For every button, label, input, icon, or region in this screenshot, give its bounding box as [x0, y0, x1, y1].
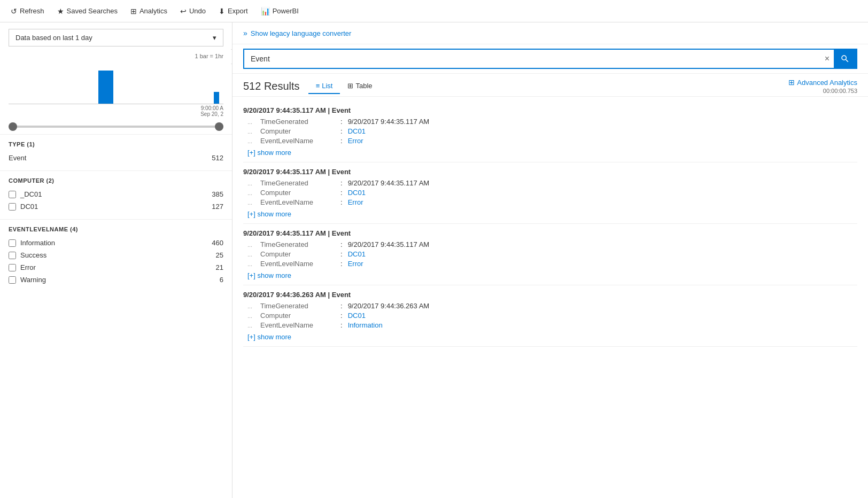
result-field-sep: :: [340, 189, 343, 197]
sidebar-collapse-button[interactable]: ‹: [231, 49, 232, 64]
result-field-value[interactable]: DC01: [348, 189, 366, 197]
show-more-link[interactable]: [+] show more: [243, 271, 291, 279]
list-icon: ≡: [316, 82, 320, 90]
chart-x-date: Sep 20, 2: [200, 111, 223, 117]
result-item: 9/20/2017 9:44:35.117 AM | Event ... Tim…: [243, 101, 857, 162]
slider-track[interactable]: [9, 126, 223, 128]
result-field: ... TimeGenerated : 9/20/2017 9:44:35.11…: [243, 118, 857, 126]
results-header: 512 Results ≡ List ⊞ Table ⊞ Advanced An…: [232, 74, 868, 94]
eventlevelname-count-information: 460: [212, 239, 223, 247]
show-more-link[interactable]: [+] show more: [243, 210, 291, 218]
result-field-sep: :: [340, 302, 343, 310]
export-button[interactable]: ⬇ Export: [212, 0, 254, 22]
result-field: ... Computer : DC01: [243, 127, 857, 135]
result-dots: ...: [247, 128, 258, 135]
result-title: 9/20/2017 9:44:35.117 AM | Event: [243, 229, 857, 237]
results-left: 512 Results ≡ List ⊞ Table: [243, 79, 380, 94]
result-field: ... EventLevelName : Error: [243, 198, 857, 206]
analytics-button[interactable]: ⊞ Analytics: [124, 0, 174, 22]
show-more-link[interactable]: [+] show more: [243, 149, 291, 157]
result-field: ... TimeGenerated : 9/20/2017 9:44:36.26…: [243, 302, 857, 310]
chart-bar-small[interactable]: [214, 92, 219, 104]
show-more-link[interactable]: [+] show more: [243, 333, 291, 341]
eventlevelname-checkbox-warning[interactable]: [9, 276, 16, 284]
result-field-value[interactable]: Information: [348, 321, 383, 329]
chart-bar-label: 1 bar = 1hr: [9, 53, 223, 59]
type-item-count: 512: [212, 154, 223, 162]
refresh-button[interactable]: ↺ Refresh: [4, 0, 51, 22]
result-field-sep: :: [340, 118, 343, 126]
result-field-value[interactable]: Error: [348, 137, 363, 145]
search-area: ×: [232, 44, 868, 74]
eventlevelname-checkbox-information[interactable]: [9, 239, 16, 247]
date-selector[interactable]: Data based on last 1 day ▾: [9, 29, 223, 46]
result-field-name: Computer: [260, 127, 335, 135]
result-field: ... EventLevelName : Error: [243, 260, 857, 268]
result-dots: ...: [247, 180, 258, 186]
saved-searches-button[interactable]: ★ Saved Searches: [51, 0, 124, 22]
result-title: 9/20/2017 9:44:35.117 AM | Event: [243, 106, 857, 114]
result-field-name: TimeGenerated: [260, 179, 335, 187]
date-selector-label: Data based on last 1 day: [15, 34, 92, 42]
powerbi-label: PowerBI: [273, 7, 299, 15]
search-button[interactable]: [834, 50, 856, 68]
result-dots: ...: [247, 313, 258, 319]
result-dots: ...: [247, 261, 258, 267]
legacy-bar: » Show legacy language converter: [232, 22, 868, 44]
results-list[interactable]: 9/20/2017 9:44:35.117 AM | Event ... Tim…: [232, 96, 868, 498]
result-field: ... Computer : DC01: [243, 312, 857, 320]
search-clear-button[interactable]: ×: [820, 54, 834, 64]
computer-checkbox-dc01u[interactable]: [9, 191, 16, 198]
result-field-name: TimeGenerated: [260, 118, 335, 126]
result-field-value[interactable]: Error: [348, 198, 363, 206]
refresh-label: Refresh: [20, 7, 44, 15]
eventlevelname-item-error: Error 21: [9, 261, 223, 274]
slider-thumb-left[interactable]: [9, 122, 17, 131]
content-area: » Show legacy language converter × 512 R…: [232, 22, 868, 498]
result-field-sep: :: [340, 179, 343, 187]
computer-filter-section: COMPUTER (2) _DC01 385 DC01 127: [0, 170, 232, 219]
result-field-name: TimeGenerated: [260, 302, 335, 310]
sidebar: ‹ Data based on last 1 day ▾ 1 bar = 1hr…: [0, 22, 232, 498]
slider-thumb-right[interactable]: [215, 122, 223, 131]
result-dots: ...: [247, 138, 258, 144]
range-slider[interactable]: [9, 126, 223, 128]
toolbar: ↺ Refresh ★ Saved Searches ⊞ Analytics ↩…: [0, 0, 868, 22]
result-field-name: Computer: [260, 250, 335, 258]
result-field-sep: :: [340, 312, 343, 320]
result-field: ... EventLevelName : Error: [243, 137, 857, 145]
chart-bar[interactable]: [98, 71, 113, 104]
result-dots: ...: [247, 322, 258, 329]
result-field-value[interactable]: DC01: [348, 312, 366, 320]
result-field: ... TimeGenerated : 9/20/2017 9:44:35.11…: [243, 179, 857, 187]
result-field: ... EventLevelName : Information: [243, 321, 857, 329]
chart-area: 1 bar = 1hr 9:00:00 A Sep 20, 2: [9, 53, 223, 117]
refresh-icon: ↺: [11, 7, 17, 15]
result-field-name: EventLevelName: [260, 198, 335, 206]
eventlevelname-checkbox-success[interactable]: [9, 252, 16, 259]
result-field-value[interactable]: Error: [348, 260, 363, 268]
result-field: ... Computer : DC01: [243, 250, 857, 258]
search-input[interactable]: [244, 50, 820, 67]
table-icon: ⊞: [347, 82, 353, 90]
result-dots: ...: [247, 119, 258, 125]
result-field-value: 9/20/2017 9:44:36.263 AM: [348, 302, 430, 310]
result-field-value[interactable]: DC01: [348, 250, 366, 258]
eventlevelname-count-success: 25: [216, 251, 223, 259]
result-dots: ...: [247, 303, 258, 309]
computer-filter-title: COMPUTER (2): [9, 177, 223, 184]
legacy-language-link[interactable]: Show legacy language converter: [251, 29, 352, 37]
advanced-analytics-link[interactable]: ⊞ Advanced Analytics: [788, 78, 857, 87]
result-field-value[interactable]: DC01: [348, 127, 366, 135]
result-field-value: 9/20/2017 9:44:35.117 AM: [348, 179, 430, 187]
powerbi-button[interactable]: 📊 PowerBI: [254, 0, 305, 22]
type-filter-section: TYPE (1) Event 512: [0, 134, 232, 170]
analytics-icon: ⊞: [130, 7, 137, 15]
undo-button[interactable]: ↩ Undo: [174, 0, 212, 22]
eventlevelname-checkbox-error[interactable]: [9, 264, 16, 271]
advanced-analytics-label: Advanced Analytics: [797, 79, 857, 87]
computer-checkbox-dc01[interactable]: [9, 203, 16, 211]
eventlevelname-name-success: Success: [20, 251, 212, 259]
tab-table-button[interactable]: ⊞ Table: [340, 79, 379, 94]
tab-list-button[interactable]: ≡ List: [308, 79, 340, 94]
